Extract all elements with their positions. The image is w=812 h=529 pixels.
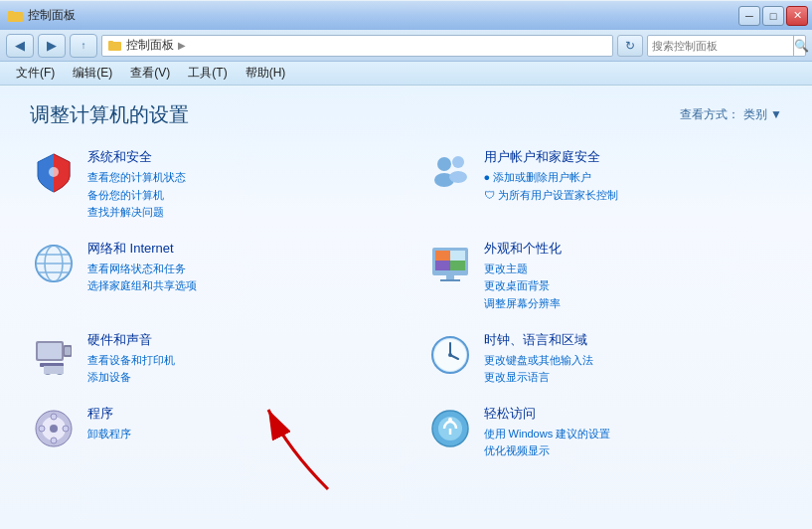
appearance-title[interactable]: 外观和个性化 xyxy=(484,240,783,258)
control-panel-grid: 系统和安全 查看您的计算机状态 备份您的计算机 查找并解决问题 用户帐户和家庭安… xyxy=(30,148,782,460)
search-box: 🔍 xyxy=(647,35,806,57)
hardware-icon xyxy=(30,331,78,379)
security-link-3[interactable]: 查找并解决问题 xyxy=(87,204,387,222)
hardware-title[interactable]: 硬件和声音 xyxy=(87,331,387,349)
users-link-2[interactable]: 🛡 为所有用户设置家长控制 xyxy=(484,187,783,205)
menu-view[interactable]: 查看(V) xyxy=(122,63,178,84)
svg-point-39 xyxy=(51,438,57,443)
cp-item-hardware[interactable]: 硬件和声音 查看设备和打印机 添加设备 xyxy=(30,331,387,387)
ease-link-1[interactable]: 使用 Windows 建议的设置 xyxy=(484,426,783,443)
programs-title[interactable]: 程序 xyxy=(87,405,387,423)
back-button[interactable]: ◀ xyxy=(6,34,34,58)
ease-text: 轻松访问 使用 Windows 建议的设置 优化视频显示 xyxy=(484,405,783,460)
clock-title[interactable]: 时钟、语言和区域 xyxy=(484,331,783,349)
svg-rect-23 xyxy=(38,343,62,359)
network-link-1[interactable]: 查看网络状态和任务 xyxy=(87,261,387,278)
folder-icon xyxy=(8,8,24,24)
svg-point-40 xyxy=(39,426,45,432)
svg-rect-25 xyxy=(65,347,71,355)
appearance-link-2[interactable]: 更改桌面背景 xyxy=(484,277,783,295)
svg-point-41 xyxy=(63,426,69,432)
main-content: 调整计算机的设置 查看方式： 类别 ▼ 系统和安全 查看您的计算机状态 备份您的… xyxy=(0,86,812,529)
appearance-icon xyxy=(426,240,474,287)
search-icon[interactable]: 🔍 xyxy=(793,36,809,56)
security-link-2[interactable]: 备份您的计算机 xyxy=(87,187,387,205)
network-title[interactable]: 网络和 Internet xyxy=(87,240,387,258)
svg-rect-20 xyxy=(446,275,454,279)
security-link-1[interactable]: 查看您的计算机状态 xyxy=(87,169,387,187)
ease-title[interactable]: 轻松访问 xyxy=(484,405,783,423)
svg-rect-29 xyxy=(44,366,64,374)
cp-item-users[interactable]: 用户帐户和家庭安全 ● 添加或删除用户帐户 🛡 为所有用户设置家长控制 xyxy=(426,148,783,222)
minimize-button[interactable]: ─ xyxy=(738,6,760,26)
network-text: 网络和 Internet 查看网络状态和任务 选择家庭组和共享选项 xyxy=(87,240,387,295)
programs-link-1[interactable]: 卸载程序 xyxy=(87,426,387,443)
cp-item-ease[interactable]: 轻松访问 使用 Windows 建议的设置 优化视频显示 xyxy=(426,405,783,460)
page-header: 调整计算机的设置 查看方式： 类别 ▼ xyxy=(30,101,782,128)
titlebar-title: 控制面板 xyxy=(28,7,76,24)
svg-rect-3 xyxy=(108,41,113,44)
svg-rect-17 xyxy=(435,251,450,261)
clock-text: 时钟、语言和区域 更改键盘或其他输入法 更改显示语言 xyxy=(484,331,783,387)
svg-point-34 xyxy=(448,353,452,357)
cp-item-clock[interactable]: 时钟、语言和区域 更改键盘或其他输入法 更改显示语言 xyxy=(426,331,783,387)
menubar: 文件(F) 编辑(E) 查看(V) 工具(T) 帮助(H) xyxy=(0,62,812,86)
security-text: 系统和安全 查看您的计算机状态 备份您的计算机 查找并解决问题 xyxy=(87,148,387,222)
clock-icon xyxy=(426,331,474,379)
appearance-link-1[interactable]: 更改主题 xyxy=(484,261,783,278)
restore-button[interactable]: □ xyxy=(762,6,784,26)
svg-rect-1 xyxy=(8,11,14,14)
svg-point-38 xyxy=(51,414,57,420)
titlebar-left: 控制面板 xyxy=(8,7,76,24)
menu-help[interactable]: 帮助(H) xyxy=(238,63,294,84)
view-mode[interactable]: 查看方式： 类别 ▼ xyxy=(680,106,782,123)
cp-item-appearance[interactable]: 外观和个性化 更改主题 更改桌面背景 调整屏幕分辨率 xyxy=(426,240,783,313)
svg-rect-18 xyxy=(450,261,465,270)
addressbar: ◀ ▶ ↑ 控制面板 ▶ ↻ 🔍 xyxy=(0,30,812,62)
titlebar-controls: ─ □ ✕ xyxy=(738,6,808,26)
svg-rect-21 xyxy=(440,279,460,281)
menu-tools[interactable]: 工具(T) xyxy=(180,63,235,84)
view-mode-value[interactable]: 类别 ▼ xyxy=(743,106,782,123)
close-button[interactable]: ✕ xyxy=(786,6,808,26)
ease-icon xyxy=(426,405,474,452)
cp-item-security[interactable]: 系统和安全 查看您的计算机状态 备份您的计算机 查找并解决问题 xyxy=(30,148,387,222)
menu-edit[interactable]: 编辑(E) xyxy=(65,63,120,84)
network-icon xyxy=(30,240,78,287)
hardware-text: 硬件和声音 查看设备和打印机 添加设备 xyxy=(87,331,387,387)
clock-link-2[interactable]: 更改显示语言 xyxy=(484,369,783,387)
hardware-link-1[interactable]: 查看设备和打印机 xyxy=(87,352,387,370)
forward-button[interactable]: ▶ xyxy=(38,34,66,58)
titlebar: 控制面板 ─ □ ✕ xyxy=(0,0,812,30)
breadcrumb-text: 控制面板 xyxy=(126,37,174,54)
clock-link-1[interactable]: 更改键盘或其他输入法 xyxy=(484,352,783,370)
breadcrumb-arrow: ▶ xyxy=(178,40,186,51)
svg-point-8 xyxy=(449,171,467,183)
menu-file[interactable]: 文件(F) xyxy=(8,63,63,84)
breadcrumb[interactable]: 控制面板 ▶ xyxy=(101,35,613,57)
page-title: 调整计算机的设置 xyxy=(30,101,189,128)
svg-rect-19 xyxy=(435,261,450,270)
ease-link-2[interactable]: 优化视频显示 xyxy=(484,442,783,460)
svg-point-4 xyxy=(49,167,59,177)
security-title[interactable]: 系统和安全 xyxy=(87,148,387,166)
programs-icon xyxy=(30,405,78,452)
users-title[interactable]: 用户帐户和家庭安全 xyxy=(484,148,783,166)
security-icon xyxy=(30,148,78,196)
svg-point-37 xyxy=(50,425,58,433)
network-link-2[interactable]: 选择家庭组和共享选项 xyxy=(87,277,387,295)
users-link-1[interactable]: ● 添加或删除用户帐户 xyxy=(484,169,783,187)
cp-item-network[interactable]: 网络和 Internet 查看网络状态和任务 选择家庭组和共享选项 xyxy=(30,240,387,313)
view-mode-label: 查看方式： xyxy=(680,106,739,123)
appearance-text: 外观和个性化 更改主题 更改桌面背景 调整屏幕分辨率 xyxy=(484,240,783,313)
refresh-button[interactable]: ↻ xyxy=(617,35,643,57)
users-text: 用户帐户和家庭安全 ● 添加或删除用户帐户 🛡 为所有用户设置家长控制 xyxy=(484,148,783,204)
breadcrumb-folder-icon xyxy=(108,39,122,53)
up-button[interactable]: ↑ xyxy=(70,34,97,58)
svg-point-7 xyxy=(452,156,464,168)
search-input[interactable] xyxy=(648,40,793,52)
appearance-link-3[interactable]: 调整屏幕分辨率 xyxy=(484,295,783,313)
programs-text: 程序 卸载程序 xyxy=(87,405,387,443)
cp-item-programs[interactable]: 程序 卸载程序 xyxy=(30,405,387,460)
hardware-link-2[interactable]: 添加设备 xyxy=(87,369,387,387)
